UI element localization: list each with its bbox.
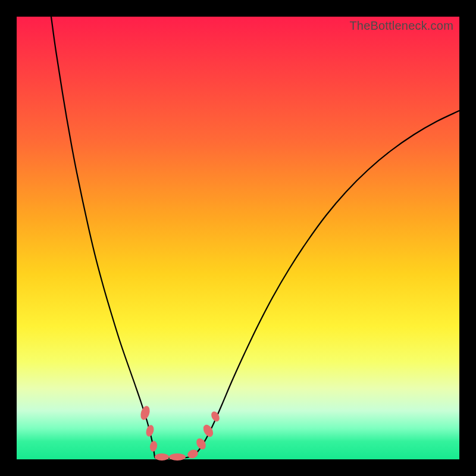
curve-marker [155, 453, 169, 461]
chart-svg [17, 17, 459, 459]
curve-line [51, 17, 459, 458]
curve-marker [149, 440, 158, 452]
chart-frame: TheBottleneck.com [0, 0, 476, 476]
curve-marker [145, 424, 155, 438]
curve-marker [169, 453, 186, 461]
curve-markers [139, 405, 221, 461]
chart-plot-area: TheBottleneck.com [17, 17, 459, 459]
curve-marker [186, 448, 199, 460]
curve-marker [139, 405, 152, 421]
